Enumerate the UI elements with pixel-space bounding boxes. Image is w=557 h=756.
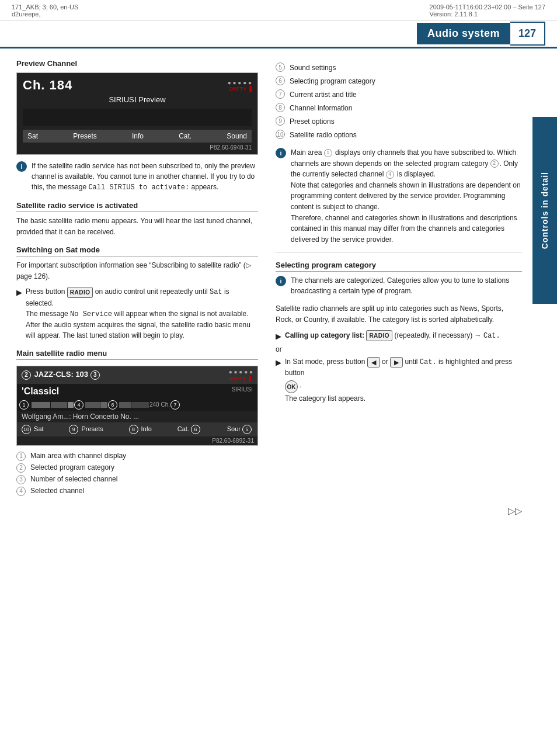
- preview-channel-box: Ch. 184 ● ● ● ● ● DEFTY ▐ SIRIUSⅠ Previe…: [16, 72, 258, 155]
- top-circled-list: 5 Sound settings 6 Selecting program cat…: [276, 63, 522, 140]
- preview-info-code: Call SIRIUS to activate:: [88, 183, 189, 192]
- selecting-program-title: Selecting program category: [276, 261, 522, 272]
- switching-sat-body: For important subscription information s…: [16, 260, 258, 282]
- main-area-info-note: i Main area 1 displays only channels tha…: [276, 147, 522, 245]
- ok-button[interactable]: OK: [285, 380, 298, 393]
- footer-arrow-icon: ▷▷: [508, 505, 522, 516]
- header-title-block: Audio system 127: [417, 22, 545, 46]
- bullet-arrow-icon-2: ▶: [276, 331, 281, 342]
- preview-info-note: i If the satellite radio service has not…: [16, 161, 258, 193]
- divider-1: [276, 252, 522, 252]
- satellite-menu-box: 2 JAZZ-CLS: 103 3 ● ● ● ● ●DEFTY ▐ 'Clas…: [16, 366, 258, 446]
- list-item: 5 Sound settings: [276, 63, 522, 73]
- bullet-arrow-icon-3: ▶: [276, 357, 281, 404]
- selecting-program-info: i The channels are categorized. Categori…: [276, 275, 522, 296]
- list-item: 10 Satellite radio options: [276, 130, 522, 140]
- sat-song-row: Wolfgang Am...: Horn Concerto No. ...: [17, 411, 257, 422]
- left-column: Preview Channel Ch. 184 ● ● ● ● ● DEFTY …: [0, 59, 269, 500]
- sat-top-bar: 2 JAZZ-CLS: 103 3 ● ● ● ● ●DEFTY ▐: [17, 366, 257, 384]
- switching-sat-bullet: ▶ Press button RADIO on audio control un…: [16, 286, 258, 340]
- nav-right-button[interactable]: ▶: [390, 357, 403, 367]
- sat-menu-list: 1 Main area with channel display 2 Selec…: [16, 452, 258, 496]
- side-label: Controls in detail: [532, 117, 557, 304]
- info-icon: i: [16, 161, 27, 172]
- radio-button-badge-2: RADIO: [366, 330, 392, 341]
- page-number: 127: [510, 22, 545, 46]
- preview-info-text: If the satellite radio service has not b…: [32, 161, 258, 193]
- in-sat-mode-text: In Sat mode, press button ◀ or ▶ until C…: [285, 356, 522, 404]
- meta-bar: 171_AKB; 3; 60, en-USd2ureepe, 2009-05-1…: [0, 0, 557, 20]
- sirius-preview: SIRIUSⅠ Preview: [23, 95, 252, 104]
- calling-up-bullet: ▶ Calling up category list: RADIO (repea…: [276, 330, 522, 342]
- channel-part-number: P82.60-6948-31: [23, 144, 252, 151]
- list-item: 8 Channel information: [276, 103, 522, 113]
- list-item: 3 Number of selected channel: [16, 475, 258, 484]
- satellite-service-body: The basic satellite radio menu appears. …: [16, 216, 258, 237]
- info-icon-3: i: [276, 276, 286, 286]
- channel-dots: ● ● ● ● ● DEFTY ▐: [228, 79, 252, 92]
- satellite-service-title: Satellite radio service is activated: [16, 201, 258, 212]
- switching-sat-bullet-text: Press button RADIO on audio control unit…: [26, 286, 258, 340]
- info-icon-2: i: [276, 148, 286, 158]
- meta-right: 2009-05-11T16:00:23+02:00 – Seite 127Ver…: [430, 4, 545, 18]
- footer-area: ▷▷: [0, 500, 557, 522]
- main-sat-menu-title: Main satellite radio menu: [16, 349, 258, 360]
- list-item: 6 Selecting program category: [276, 76, 522, 86]
- right-column: 5 Sound settings 6 Selecting program cat…: [269, 59, 557, 500]
- calling-up-text: Calling up category list: RADIO (repeate…: [285, 330, 500, 342]
- selecting-program-body: Satellite radio channels are split up in…: [276, 303, 522, 325]
- list-item: 7 Current artist and title: [276, 89, 522, 100]
- preview-channel-title: Preview Channel: [16, 59, 258, 68]
- sat-channel-row: 1 4 6 240 Ch. 7: [17, 399, 257, 411]
- nav-left-button[interactable]: ◀: [367, 357, 380, 367]
- channel-preview-area: [23, 109, 252, 126]
- content-area: Preview Channel Ch. 184 ● ● ● ● ● DEFTY …: [0, 48, 557, 500]
- list-item: 9 Preset options: [276, 116, 522, 127]
- page-header: Audio system 127: [0, 20, 557, 48]
- sat-part-number: P82.60-6892-31: [17, 436, 257, 445]
- sat-title-row: 'Classicl SIRIUSⅠ︎: [17, 384, 257, 399]
- switching-sat-title: Switching on Sat mode: [16, 245, 258, 256]
- list-item: 1 Main area with channel display: [16, 452, 258, 461]
- channel-bar: Sat Presets Info Cat. Sound: [23, 130, 252, 143]
- list-item: 4 Selected channel: [16, 487, 258, 496]
- in-sat-mode-bullet: ▶ In Sat mode, press button ◀ or ▶ until…: [276, 356, 522, 404]
- side-label-text: Controls in detail: [540, 172, 549, 249]
- bullet-arrow-icon: ▶: [16, 287, 22, 340]
- main-area-info-text: Main area 1 displays only channels that …: [291, 147, 522, 245]
- page-title: Audio system: [417, 23, 510, 44]
- radio-button-badge: RADIO: [67, 287, 93, 298]
- or-separator: or: [276, 345, 522, 353]
- selecting-program-info-text: The channels are categorized. Categories…: [291, 275, 522, 296]
- channel-number: Ch. 184: [23, 78, 72, 93]
- channel-box-top: Ch. 184 ● ● ● ● ● DEFTY ▐: [23, 78, 252, 93]
- list-item: 2 Selected program category: [16, 463, 258, 473]
- meta-left: 171_AKB; 3; 60, en-USd2ureepe,: [12, 4, 78, 18]
- sat-bottom-bar: 10 Sat 9 Presets 8 Info Cat. 6 Sour 5: [17, 422, 257, 436]
